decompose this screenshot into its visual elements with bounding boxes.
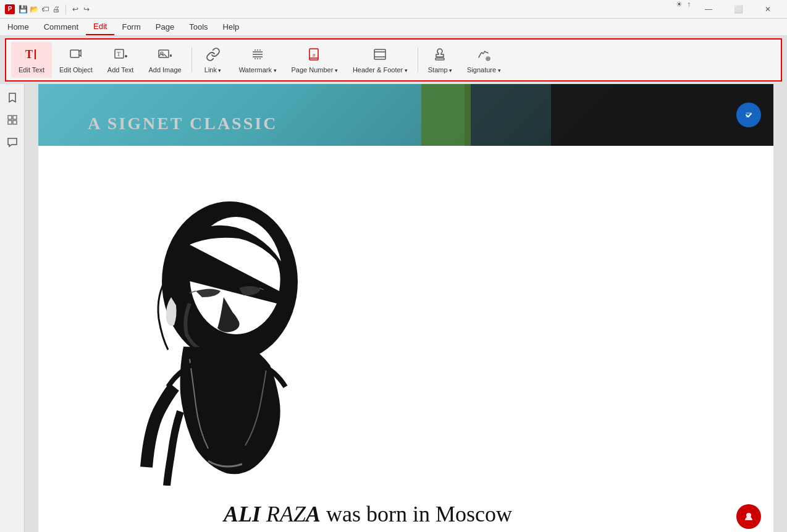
link-label: Link (204, 66, 222, 74)
menu-home[interactable]: Home (0, 19, 36, 35)
text-raza: RAZ (261, 502, 306, 526)
page-number-icon: # (307, 47, 322, 64)
edit-object-icon (69, 47, 83, 64)
page-bottom-text: ALI RAZA was born in Moscow (224, 500, 736, 529)
svg-rect-2 (70, 50, 79, 57)
add-text-label: Add Text (107, 66, 134, 74)
page-container: A SIGNET CLASSIC (25, 84, 787, 532)
watermark-button[interactable]: Watermark (232, 42, 284, 78)
minimize-button[interactable]: — (694, 0, 723, 19)
page-number-button[interactable]: # Page Number (284, 42, 345, 78)
close-button[interactable]: ✕ (754, 0, 782, 19)
title-bar-left: P 💾 📂 🏷 🖨 ↩ ↪ (5, 4, 91, 14)
svg-rect-22 (8, 116, 12, 119)
float-button-bottom[interactable] (736, 504, 761, 529)
menu-bar: Home Comment Edit Form Page Tools Help (0, 19, 787, 36)
add-text-button[interactable]: T Add Text (100, 42, 141, 78)
watermark-label: Watermark (239, 66, 277, 74)
text-born: was born in Moscow (321, 502, 512, 526)
pdf-page-main: ALI RAZA was born in Moscow (38, 146, 773, 532)
header-footer-icon (372, 47, 387, 64)
svg-rect-20 (436, 58, 444, 60)
portrait-illustration (88, 195, 322, 486)
edit-text-button[interactable]: T Edit Text (11, 42, 52, 78)
menu-tools[interactable]: Tools (182, 19, 215, 35)
undo-icon[interactable]: ↩ (71, 5, 80, 14)
edit-object-label: Edit Object (59, 66, 93, 74)
sidebar-comment-icon[interactable] (4, 133, 21, 151)
save-icon[interactable]: 💾 (19, 5, 27, 14)
link-button[interactable]: Link (195, 42, 232, 78)
add-image-icon (158, 47, 172, 64)
book-cover-text: A SIGNET CLASSIC (88, 114, 277, 133)
add-image-label: Add Image (148, 66, 181, 74)
svg-rect-23 (13, 116, 17, 119)
signature-label: Signature (467, 66, 501, 74)
add-image-button[interactable]: Add Image (141, 42, 188, 78)
stamp-icon (432, 47, 447, 64)
svg-text:#: # (313, 53, 316, 58)
svg-rect-17 (374, 49, 385, 59)
print-icon[interactable]: 🖨 (52, 5, 61, 14)
app-icon: P (5, 4, 15, 14)
float-button-top[interactable] (736, 103, 761, 127)
sidebar-pages-icon[interactable] (4, 111, 21, 129)
toolbar-divider-1 (191, 48, 192, 72)
left-sidebar (0, 84, 25, 532)
text-a: A (306, 502, 321, 526)
menu-help[interactable]: Help (216, 19, 247, 35)
toolbar-divider-2 (418, 48, 418, 72)
maximize-button[interactable]: ⬜ (724, 0, 752, 19)
add-text-icon: T (113, 47, 128, 64)
header-footer-button[interactable]: Header & Footer (345, 42, 415, 78)
svg-rect-7 (159, 50, 169, 57)
edit-toolbar: T Edit Text Edit Object T Add Text (5, 38, 782, 82)
signature-button[interactable]: Signature (460, 42, 508, 78)
menu-page[interactable]: Page (148, 19, 182, 35)
cover-green-overlay (421, 84, 471, 146)
divider (65, 4, 66, 14)
stamp-button[interactable]: Stamp (421, 42, 460, 78)
title-bar: P 💾 📂 🏷 🖨 ↩ ↪ ☀ ↑ — ⬜ ✕ (0, 0, 787, 19)
svg-text:T: T (25, 48, 33, 61)
edit-object-button[interactable]: Edit Object (52, 42, 100, 78)
svg-point-26 (743, 109, 755, 121)
svg-rect-24 (8, 120, 12, 124)
theme-icon[interactable]: ☀ (675, 0, 683, 9)
watermark-icon (250, 47, 265, 64)
window-controls: ☀ ↑ — ⬜ ✕ (675, 0, 782, 19)
menu-form[interactable]: Form (114, 19, 148, 35)
signature-icon (476, 47, 491, 64)
share-icon[interactable]: ↑ (684, 0, 693, 9)
edit-text-label: Edit Text (19, 66, 44, 74)
tag-icon[interactable]: 🏷 (41, 5, 49, 14)
sidebar-bookmark-icon[interactable] (4, 89, 21, 106)
text-ali: ALI (224, 502, 261, 526)
main-area: A SIGNET CLASSIC (0, 84, 787, 532)
header-footer-label: Header & Footer (353, 66, 408, 74)
open-icon[interactable]: 📂 (30, 5, 38, 14)
svg-text:T: T (117, 51, 120, 57)
stamp-label: Stamp (428, 66, 452, 74)
pdf-content: A SIGNET CLASSIC (25, 84, 787, 532)
edit-text-icon: T (24, 47, 39, 64)
redo-icon[interactable]: ↪ (82, 5, 91, 14)
page-number-label: Page Number (292, 66, 338, 74)
svg-rect-25 (13, 120, 17, 124)
link-icon (206, 47, 221, 64)
quick-access-toolbar: 💾 📂 🏷 🖨 ↩ ↪ (19, 4, 91, 14)
menu-edit[interactable]: Edit (86, 19, 114, 35)
book-cover-strip: A SIGNET CLASSIC (38, 84, 773, 146)
menu-comment[interactable]: Comment (36, 19, 86, 35)
